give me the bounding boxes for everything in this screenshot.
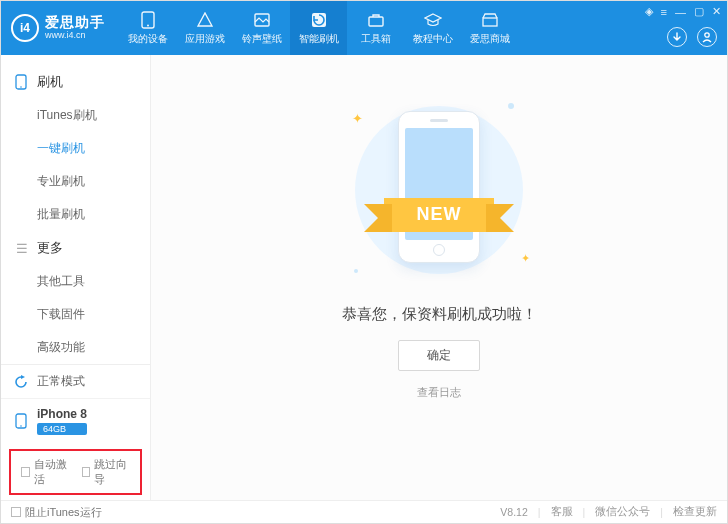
wallpaper-icon (254, 10, 270, 30)
status-mode-label: 正常模式 (37, 373, 85, 390)
nav-my-device[interactable]: 我的设备 (119, 1, 176, 55)
nav-label: 铃声壁纸 (242, 32, 282, 46)
main-content: ✦ ✦ NEW 恭喜您，保资料刷机成功啦！ 确定 查看日志 (151, 55, 727, 500)
ribbon-text: NEW (384, 198, 494, 232)
new-ribbon-icon: NEW (384, 198, 494, 232)
sync-icon (13, 374, 29, 390)
minimize-icon[interactable]: — (675, 6, 686, 18)
top-nav: 我的设备 应用游戏 铃声壁纸 智能刷机 工具箱 (119, 1, 518, 55)
nav-tutorials[interactable]: 教程中心 (404, 1, 461, 55)
nav-label: 工具箱 (361, 32, 391, 46)
sidebar-item-other-tools[interactable]: 其他工具 (1, 265, 150, 298)
nav-label: 教程中心 (413, 32, 453, 46)
success-illustration: ✦ ✦ NEW (334, 95, 544, 285)
maximize-icon[interactable]: ▢ (694, 5, 704, 18)
checkbox-auto-activate[interactable]: 自动激活 (21, 457, 70, 487)
phone-icon (141, 10, 155, 30)
flash-options-highlight: 自动激活 跳过向导 (9, 449, 142, 495)
sparkle-icon: ✦ (521, 252, 530, 265)
sidebar: 刷机 iTunes刷机 一键刷机 专业刷机 批量刷机 ☰ 更多 其他工具 下载固… (1, 55, 151, 500)
menu-icon[interactable]: ≡ (661, 6, 667, 18)
sidebar-section-more: ☰ 更多 (1, 231, 150, 265)
app-name: 爱思助手 (45, 15, 105, 30)
svg-point-6 (705, 33, 709, 37)
refresh-icon (311, 10, 327, 30)
sparkle-icon: ✦ (352, 111, 363, 126)
nav-label: 智能刷机 (299, 32, 339, 46)
nav-flash[interactable]: 智能刷机 (290, 1, 347, 55)
version-label: V8.12 (500, 506, 527, 518)
footer-link-wechat[interactable]: 微信公众号 (595, 505, 650, 519)
device-phone-icon (13, 413, 29, 429)
sidebar-section-flash: 刷机 (1, 65, 150, 99)
graduation-icon (424, 10, 442, 30)
device-storage-badge: 64GB (37, 423, 87, 435)
nav-label: 我的设备 (128, 32, 168, 46)
sidebar-item-download-firmware[interactable]: 下载固件 (1, 298, 150, 331)
window-controls: ◈ ≡ — ▢ ✕ (645, 5, 721, 18)
nav-store[interactable]: 爱思商城 (461, 1, 518, 55)
nav-toolbox[interactable]: 工具箱 (347, 1, 404, 55)
footer-link-update[interactable]: 检查更新 (673, 505, 717, 519)
phone-illustration-icon (398, 111, 480, 263)
logo-icon: i4 (11, 14, 39, 42)
ok-button[interactable]: 确定 (398, 340, 480, 371)
sidebar-item-oneclick-flash[interactable]: 一键刷机 (1, 132, 150, 165)
section-title: 更多 (37, 239, 63, 257)
svg-rect-4 (369, 17, 383, 26)
sidebar-item-itunes-flash[interactable]: iTunes刷机 (1, 99, 150, 132)
success-message: 恭喜您，保资料刷机成功啦！ (342, 305, 537, 324)
view-log-link[interactable]: 查看日志 (417, 385, 461, 400)
device-row[interactable]: iPhone 8 64GB (1, 398, 150, 443)
nav-label: 爱思商城 (470, 32, 510, 46)
checkbox-label: 阻止iTunes运行 (25, 505, 102, 520)
list-icon: ☰ (15, 241, 29, 256)
checkbox-block-itunes[interactable]: 阻止iTunes运行 (11, 505, 102, 520)
nav-label: 应用游戏 (185, 32, 225, 46)
sidebar-item-pro-flash[interactable]: 专业刷机 (1, 165, 150, 198)
nav-apps[interactable]: 应用游戏 (176, 1, 233, 55)
svg-point-1 (147, 25, 149, 27)
phone-outline-icon (15, 74, 29, 90)
app-url: www.i4.cn (45, 31, 105, 41)
checkbox-label: 自动激活 (34, 457, 70, 487)
device-name: iPhone 8 (37, 407, 87, 421)
svg-point-10 (20, 425, 22, 427)
download-manager-icon[interactable] (667, 27, 687, 47)
status-mode-row[interactable]: 正常模式 (1, 365, 150, 398)
nav-ringtones[interactable]: 铃声壁纸 (233, 1, 290, 55)
shirt-icon[interactable]: ◈ (645, 5, 653, 18)
header-bar: i4 爱思助手 www.i4.cn 我的设备 应用游戏 铃声壁纸 (1, 1, 727, 55)
section-title: 刷机 (37, 73, 63, 91)
checkbox-label: 跳过向导 (94, 457, 130, 487)
user-account-icon[interactable] (697, 27, 717, 47)
svg-rect-5 (483, 18, 497, 26)
svg-point-8 (20, 86, 22, 88)
app-logo: i4 爱思助手 www.i4.cn (1, 1, 119, 55)
footer-link-support[interactable]: 客服 (551, 505, 573, 519)
sidebar-item-batch-flash[interactable]: 批量刷机 (1, 198, 150, 231)
store-icon (482, 10, 498, 30)
sidebar-item-advanced[interactable]: 高级功能 (1, 331, 150, 364)
apps-icon (197, 10, 213, 30)
close-icon[interactable]: ✕ (712, 5, 721, 18)
status-bar: 阻止iTunes运行 V8.12 | 客服 | 微信公众号 | 检查更新 (1, 501, 727, 523)
checkbox-skip-wizard[interactable]: 跳过向导 (82, 457, 131, 487)
toolbox-icon (368, 10, 384, 30)
